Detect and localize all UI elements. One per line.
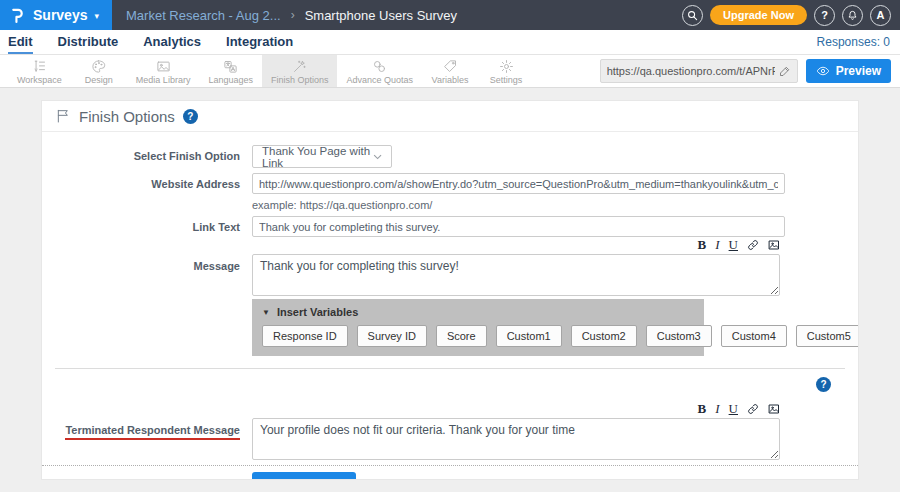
insert-link-button[interactable] bbox=[747, 403, 759, 415]
app-root: Surveys ▾ Market Research - Aug 2... › S… bbox=[0, 0, 900, 480]
tab-edit[interactable]: Edit bbox=[8, 30, 33, 54]
ribbon-label: Workspace bbox=[17, 75, 62, 85]
ribbon-item-variables[interactable]: Variables bbox=[422, 55, 478, 87]
variable-custom1-button[interactable]: Custom1 bbox=[496, 325, 562, 347]
variable-custom5-button[interactable]: Custom5 bbox=[796, 325, 859, 347]
card-header: Finish Options ? bbox=[42, 101, 858, 132]
edit-url-button[interactable] bbox=[775, 65, 791, 77]
variable-custom3-button[interactable]: Custom3 bbox=[646, 325, 712, 347]
top-header: Surveys ▾ Market Research - Aug 2... › S… bbox=[0, 0, 900, 30]
finish-options-form: Select Finish Option Thank You Page with… bbox=[42, 132, 858, 480]
finish-options-card: Finish Options ? Select Finish Option Th… bbox=[41, 100, 859, 480]
ribbon-item-workspace[interactable]: Workspace bbox=[8, 55, 71, 87]
product-name: Surveys bbox=[33, 7, 87, 23]
spacer bbox=[42, 296, 252, 356]
ribbon-label: Languages bbox=[208, 75, 253, 85]
message-textarea[interactable]: Thank you for completing this survey! bbox=[252, 254, 780, 296]
ribbon-item-advance-quotas[interactable]: Advance Quotas bbox=[337, 55, 422, 87]
insert-variables-toggle[interactable]: ▼ Insert Variables bbox=[262, 306, 694, 318]
page-title: Finish Options bbox=[79, 108, 175, 125]
upgrade-now-button[interactable]: Upgrade Now bbox=[710, 5, 807, 25]
ribbon-label: Variables bbox=[432, 75, 469, 85]
chain-links-icon bbox=[372, 59, 387, 74]
chevron-down-icon bbox=[373, 153, 382, 161]
ribbon-label: Settings bbox=[490, 75, 523, 85]
tab-distribute[interactable]: Distribute bbox=[58, 30, 119, 54]
breadcrumb: Market Research - Aug 2... › Smartphone … bbox=[126, 8, 457, 23]
notifications-button[interactable] bbox=[842, 5, 863, 26]
tag-icon bbox=[443, 59, 458, 74]
insert-image-button[interactable] bbox=[768, 403, 780, 415]
caret-down-icon: ▼ bbox=[262, 308, 270, 317]
variable-survey-id-button[interactable]: Survey ID bbox=[357, 325, 427, 347]
search-icon bbox=[687, 10, 698, 21]
tab-integration[interactable]: Integration bbox=[226, 30, 293, 54]
edit-ribbon: Workspace Design Media Library Languages bbox=[0, 55, 900, 88]
spacer bbox=[42, 402, 252, 418]
survey-url-box bbox=[600, 59, 798, 83]
select-finish-option-label: Select Finish Option bbox=[42, 145, 252, 168]
terminated-label-text: Terminated Respondent Message bbox=[65, 424, 240, 440]
terminated-help-button[interactable]: ? bbox=[816, 377, 831, 392]
responses-count: Responses: 0 bbox=[817, 30, 900, 54]
finish-option-selected-value: Thank You Page with Link bbox=[262, 145, 373, 169]
survey-nav-tabs: Edit Distribute Analytics Integration Re… bbox=[0, 30, 900, 55]
ribbon-item-design[interactable]: Design bbox=[71, 55, 127, 87]
message-label: Message bbox=[42, 254, 252, 296]
preview-button[interactable]: Preview bbox=[806, 59, 891, 83]
breadcrumb-separator-icon: › bbox=[291, 8, 295, 22]
workspace-icon bbox=[32, 59, 47, 74]
website-address-input[interactable] bbox=[252, 173, 785, 194]
underline-button[interactable]: U bbox=[729, 403, 738, 415]
image-icon bbox=[768, 239, 780, 251]
help-button[interactable]: ? bbox=[814, 5, 835, 26]
link-icon bbox=[747, 403, 759, 415]
variable-custom2-button[interactable]: Custom2 bbox=[571, 325, 637, 347]
ribbon-label: Design bbox=[85, 75, 113, 85]
italic-button[interactable]: I bbox=[715, 403, 719, 415]
translate-icon bbox=[223, 59, 238, 74]
main-content: Finish Options ? Select Finish Option Th… bbox=[0, 88, 900, 480]
product-menu[interactable]: Surveys ▾ bbox=[0, 0, 112, 30]
palette-icon bbox=[91, 59, 106, 74]
ribbon-item-media-library[interactable]: Media Library bbox=[127, 55, 200, 87]
ribbon-item-settings[interactable]: Settings bbox=[478, 55, 534, 87]
bell-icon bbox=[847, 10, 858, 21]
website-example-text: example: https://qa.questionpro.com/ bbox=[252, 199, 785, 211]
breadcrumb-folder[interactable]: Market Research - Aug 2... bbox=[126, 8, 281, 23]
save-row: Save Changes bbox=[42, 466, 858, 480]
insert-variables-panel: ▼ Insert Variables Response ID Survey ID… bbox=[252, 299, 704, 356]
bold-button[interactable]: B bbox=[698, 403, 707, 415]
italic-button[interactable]: I bbox=[715, 239, 719, 251]
variable-response-id-button[interactable]: Response ID bbox=[262, 325, 348, 347]
image-icon bbox=[156, 59, 171, 74]
search-button[interactable] bbox=[682, 5, 703, 26]
insert-image-button[interactable] bbox=[768, 239, 780, 251]
ribbon-item-languages[interactable]: Languages bbox=[199, 55, 262, 87]
finish-option-select[interactable]: Thank You Page with Link bbox=[252, 145, 392, 168]
tab-analytics[interactable]: Analytics bbox=[143, 30, 201, 54]
variable-buttons: Response ID Survey ID Score Custom1 Cust… bbox=[262, 325, 694, 347]
breadcrumb-survey-name: Smartphone Users Survey bbox=[305, 8, 457, 23]
survey-url-input[interactable] bbox=[607, 65, 775, 77]
terminated-help-row: ? bbox=[42, 369, 858, 392]
terminated-respondent-message-label: Terminated Respondent Message bbox=[42, 418, 252, 460]
magic-wand-icon bbox=[292, 59, 307, 74]
ribbon-label: Advance Quotas bbox=[346, 75, 413, 85]
avatar[interactable]: A bbox=[870, 5, 891, 26]
insert-link-button[interactable] bbox=[747, 239, 759, 251]
link-text-input[interactable] bbox=[252, 216, 785, 237]
terminated-message-textarea[interactable]: Your profile does not fit our criteria. … bbox=[252, 418, 780, 460]
variable-score-button[interactable]: Score bbox=[436, 325, 487, 347]
underline-button[interactable]: U bbox=[729, 239, 738, 251]
variable-custom4-button[interactable]: Custom4 bbox=[721, 325, 787, 347]
save-changes-button[interactable]: Save Changes bbox=[252, 472, 356, 480]
chevron-down-icon: ▾ bbox=[94, 11, 99, 21]
ribbon-item-finish-options[interactable]: Finish Options bbox=[262, 55, 338, 87]
finish-options-help-button[interactable]: ? bbox=[183, 109, 198, 124]
ribbon-label: Media Library bbox=[136, 75, 191, 85]
image-icon bbox=[768, 403, 780, 415]
gear-icon bbox=[499, 59, 514, 74]
flag-icon bbox=[55, 108, 71, 124]
bold-button[interactable]: B bbox=[698, 239, 707, 251]
